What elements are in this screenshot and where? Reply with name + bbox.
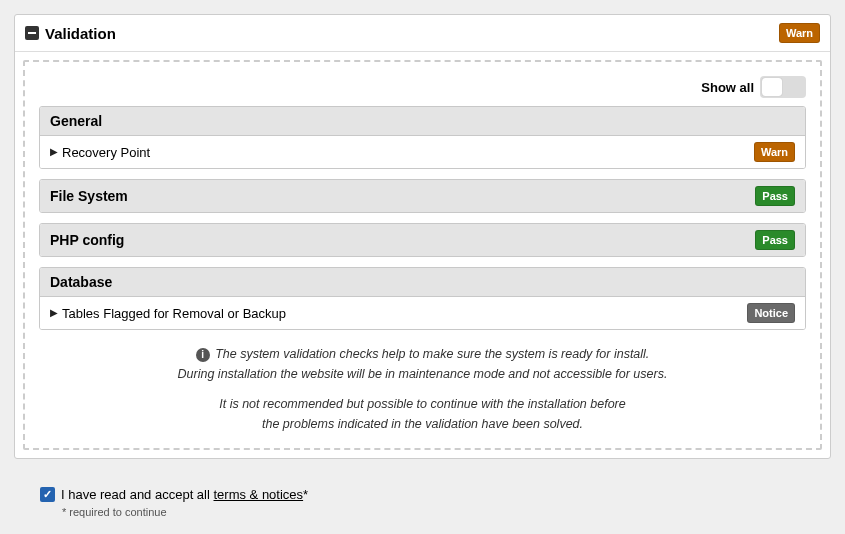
caret-right-icon: ▶ xyxy=(50,147,58,157)
validation-body: Show all General ▶ Recovery Point Warn F… xyxy=(23,60,822,450)
status-badge: Warn xyxy=(754,142,795,162)
section-title: Database xyxy=(50,274,112,290)
section-header-general[interactable]: General xyxy=(40,107,805,136)
section-row-tables-flagged[interactable]: ▶ Tables Flagged for Removal or Backup N… xyxy=(40,297,805,329)
required-note: * required to continue xyxy=(62,506,831,518)
status-badge: Notice xyxy=(747,303,795,323)
toggle-handle xyxy=(762,78,782,96)
terms-checkbox[interactable]: ✓ xyxy=(40,487,55,502)
status-badge: Pass xyxy=(755,186,795,206)
terms-notices-link[interactable]: terms & notices xyxy=(214,487,304,502)
panel-status-badge: Warn xyxy=(779,23,820,43)
section-row-label: Recovery Point xyxy=(62,145,150,160)
svg-rect-1 xyxy=(28,32,36,34)
section-general: General ▶ Recovery Point Warn xyxy=(39,106,806,169)
section-row-recovery-point[interactable]: ▶ Recovery Point Warn xyxy=(40,136,805,168)
panel-title: Validation xyxy=(45,25,116,42)
status-badge: Pass xyxy=(755,230,795,250)
section-header-php-config[interactable]: PHP config Pass xyxy=(40,224,805,256)
section-database: Database ▶ Tables Flagged for Removal or… xyxy=(39,267,806,330)
section-header-file-system[interactable]: File System Pass xyxy=(40,180,805,212)
info-line-4: the problems indicated in the validation… xyxy=(39,414,806,434)
section-title: PHP config xyxy=(50,232,124,248)
section-php-config: PHP config Pass xyxy=(39,223,806,257)
info-icon: i xyxy=(196,348,210,362)
info-line-3: It is not recommended but possible to co… xyxy=(39,394,806,414)
section-row-label: Tables Flagged for Removal or Backup xyxy=(62,306,286,321)
section-file-system: File System Pass xyxy=(39,179,806,213)
terms-label: I have read and accept all terms & notic… xyxy=(61,487,308,502)
caret-right-icon: ▶ xyxy=(50,308,58,318)
info-line-2: During installation the website will be … xyxy=(39,364,806,384)
terms-block: ✓ I have read and accept all terms & not… xyxy=(14,487,831,518)
show-all-toggle[interactable] xyxy=(760,76,806,98)
validation-header[interactable]: Validation Warn xyxy=(15,15,830,52)
section-title: General xyxy=(50,113,102,129)
show-all-label: Show all xyxy=(701,80,754,95)
info-text: i The system validation checks help to m… xyxy=(39,344,806,434)
section-row-left: ▶ Recovery Point xyxy=(50,145,150,160)
section-title: File System xyxy=(50,188,128,204)
validation-panel: Validation Warn Show all General ▶ Recov… xyxy=(14,14,831,459)
section-header-database[interactable]: Database xyxy=(40,268,805,297)
info-line-1: i The system validation checks help to m… xyxy=(39,344,806,364)
section-row-left: ▶ Tables Flagged for Removal or Backup xyxy=(50,306,286,321)
show-all-row: Show all xyxy=(39,76,806,98)
validation-header-left: Validation xyxy=(25,25,116,42)
collapse-icon[interactable] xyxy=(25,26,39,40)
terms-row: ✓ I have read and accept all terms & not… xyxy=(40,487,831,502)
